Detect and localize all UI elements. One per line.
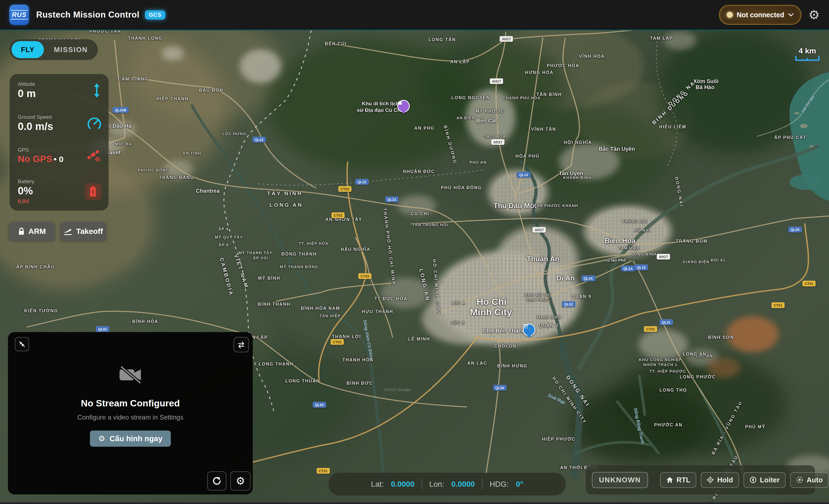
collapse-arrows-icon (19, 340, 26, 348)
takeoff-icon (64, 227, 72, 235)
gps-label: GPS (18, 147, 64, 153)
telemetry-panel: Altitude 0 m Ground Speed 0.0 m/s GPS (10, 74, 109, 211)
divider (482, 479, 482, 490)
battery-label: Battery (18, 179, 34, 185)
flight-mode-bar: UNKNOWN RTL Hold Loiter (586, 465, 815, 494)
battery-warning-tile: ! (84, 183, 101, 200)
connection-status-dropdown[interactable]: Not connected (719, 5, 801, 25)
no-stream-subtitle: Configure a video stream in Settings (8, 413, 253, 421)
lon-value: 0.0000 (451, 480, 475, 489)
app-title: Rustech Mission Control (36, 10, 140, 20)
view-tabs: FLY MISSION (10, 39, 98, 60)
arm-button-label: ARM (29, 227, 46, 236)
stream-settings-button[interactable]: ⚙ (230, 471, 251, 491)
telemetry-battery-row: Battery 0% 0.0V ! (18, 179, 101, 205)
mode-auto-button[interactable]: Auto (790, 472, 829, 488)
speedometer-icon (87, 117, 101, 130)
telemetry-gps-row: GPS No GPS • 0 (18, 147, 101, 164)
mode-rtl-label: RTL (677, 476, 691, 484)
swap-view-button[interactable] (233, 337, 249, 352)
lat-label: Lat: (371, 480, 384, 489)
connection-status-label: Not connected (736, 11, 784, 19)
battery-value: 0% (18, 185, 34, 197)
tab-mission[interactable]: MISSION (44, 45, 98, 54)
video-stream-panel: No Stream Configured Configure a video s… (8, 332, 253, 494)
tunnel-poi-marker[interactable] (397, 100, 410, 112)
connection-status-dot-icon (727, 12, 733, 18)
lat-value: 0.0000 (391, 480, 414, 489)
ground-speed-label: Ground Speed (18, 114, 53, 120)
mode-loiter-label: Loiter (760, 476, 780, 484)
takeoff-button-label: Takeoff (76, 227, 103, 236)
map-scale: 4 km (792, 47, 822, 63)
collapse-video-button[interactable] (15, 337, 29, 351)
battery-icon: ! (89, 186, 97, 197)
auto-icon (796, 476, 803, 483)
lock-icon (18, 227, 25, 235)
gear-icon: ⚙ (98, 434, 105, 443)
camera-off-icon (117, 365, 144, 385)
altitude-label: Altitude (18, 81, 36, 87)
cart-icon (523, 324, 529, 329)
altitude-arrows-icon (92, 83, 101, 98)
configure-stream-button[interactable]: ⚙ Cấu hình ngay (90, 431, 171, 447)
telemetry-altitude-row: Altitude 0 m (18, 81, 101, 100)
map-scale-bar (795, 56, 820, 62)
video-placeholder: No Stream Configured Configure a video s… (8, 365, 253, 447)
configure-stream-label: Cấu hình ngay (110, 434, 163, 443)
gcs-badge: GCS (145, 10, 165, 20)
altitude-value: 0 m (18, 88, 36, 100)
ground-speed-value: 0.0 m/s (18, 121, 53, 133)
app-header: RUS Rustech Mission Control GCS Not conn… (0, 0, 829, 30)
takeoff-button[interactable]: Takeoff (60, 222, 106, 241)
window-bottom-edge (0, 502, 829, 504)
satellite-icon (86, 149, 101, 163)
rustech-logo: RUS (9, 5, 29, 25)
gps-value: No GPS (18, 153, 52, 164)
chevron-down-icon (788, 13, 794, 17)
position-status-bar: Lat: 0.0000 Lon: 0.0000 HDG: 0° (328, 473, 566, 496)
rustech-logo-text: RUS (11, 10, 28, 20)
battery-voltage: 0.0V (18, 198, 34, 205)
telemetry-speed-row: Ground Speed 0.0 m/s (18, 114, 101, 133)
rustech-mission-control-window: Ho ChiMinh CityThủ Dầu MộtBien HoaThuận … (0, 0, 829, 504)
hdg-value: 0° (516, 480, 523, 489)
mode-loiter-button[interactable]: Loiter (744, 472, 786, 488)
map-scale-label: 4 km (792, 47, 822, 56)
settings-gear-icon[interactable]: ⚙ (808, 8, 820, 21)
no-stream-title: No Stream Configured (8, 398, 253, 408)
mode-rtl-button[interactable]: RTL (660, 472, 696, 488)
tab-fly[interactable]: FLY (11, 41, 44, 58)
market-poi-marker[interactable] (523, 324, 535, 336)
tower-icon (397, 100, 403, 105)
refresh-stream-button[interactable] (207, 471, 226, 491)
compass-icon (750, 476, 757, 483)
home-icon (666, 476, 673, 483)
swap-arrows-icon (238, 341, 245, 348)
lon-label: Lon: (429, 480, 444, 489)
current-mode-badge: UNKNOWN (592, 472, 648, 488)
refresh-icon (212, 476, 221, 485)
divider (422, 479, 422, 490)
hdg-label: HDG: (490, 480, 509, 489)
mode-hold-button[interactable]: Hold (701, 472, 739, 488)
target-icon (707, 476, 714, 483)
mode-hold-label: Hold (717, 476, 733, 484)
svg-text:!: ! (92, 189, 94, 196)
mode-auto-label: Auto (806, 476, 823, 484)
arm-button[interactable]: ARM (9, 222, 55, 241)
